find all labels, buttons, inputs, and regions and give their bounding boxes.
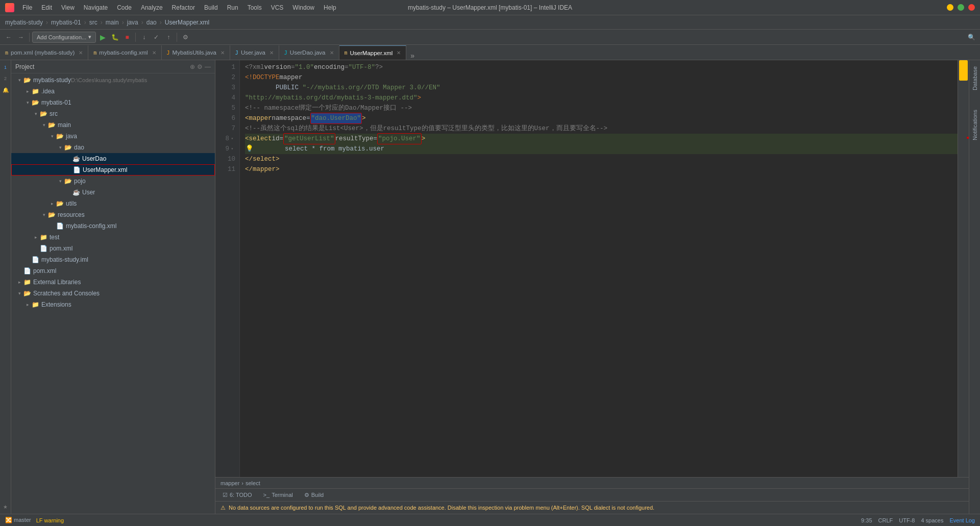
tree-item-2[interactable]: ▾ 📂 mybatis-01 [11, 97, 215, 108]
debug-button[interactable]: 🐛 [109, 32, 120, 43]
tree-item-5[interactable]: ▾ 📂 java [11, 131, 215, 142]
code-line-1[interactable]: <?xml version="1.0" encoding="UTF-8" ?> [245, 62, 958, 72]
tree-item-3[interactable]: ▾ 📂 src [11, 108, 215, 119]
menu-item-navigate[interactable]: Navigate [80, 3, 112, 12]
back-button[interactable]: ← [3, 32, 14, 43]
stop-button[interactable]: ■ [121, 32, 133, 43]
hint-bulb-icon[interactable]: 💡 [245, 144, 254, 154]
minimize-button[interactable] [947, 4, 953, 11]
code-line-6[interactable]: <mapper namespace="dao.UserDao"> [245, 113, 958, 123]
forward-button[interactable]: → [15, 32, 27, 43]
project-tree[interactable]: ▾ 📂 mybatis-study D:\Codes\kuang.study\m… [11, 73, 215, 514]
tree-item-13[interactable]: 📄 mybatis-config.xml [11, 220, 215, 232]
panel-header-icons[interactable]: ⊕ ⚙ — [190, 63, 211, 70]
bottom-tabs[interactable]: ☑6: TODO>_Terminal⚙Build [215, 489, 969, 502]
menu-item-file[interactable]: File [18, 3, 36, 12]
breadcrumb-item-4[interactable]: java [127, 19, 138, 26]
tree-item-20[interactable]: ▸ 📁 Extensions [11, 299, 215, 310]
bottom-tab-6:-todo[interactable]: ☑6: TODO [217, 489, 257, 500]
tree-item-8[interactable]: 📄 UserMapper.xml [11, 164, 215, 176]
bottom-tab-build[interactable]: ⚙Build [299, 489, 329, 500]
favorites-toggle[interactable]: ★ [1, 502, 11, 512]
menu-item-vcs[interactable]: VCS [267, 3, 288, 12]
code-editor[interactable]: 12345678▾9▾1011 <?xml version="1.0" enco… [215, 60, 969, 477]
notifications-panel-toggle[interactable]: Notifications [971, 106, 979, 144]
tab-close-icon[interactable]: ✕ [270, 50, 274, 56]
menu-item-help[interactable]: Help [320, 3, 340, 12]
tree-item-9[interactable]: ▾ 📂 pojo [11, 176, 215, 187]
encoding[interactable]: UTF-8 [899, 517, 915, 523]
code-line-3[interactable]: PUBLIC "-//mybatis.org//DTD Mapper 3.0//… [245, 83, 958, 93]
menu-item-window[interactable]: Window [288, 3, 318, 12]
tree-item-1[interactable]: ▸ 📁 .idea [11, 86, 215, 97]
database-panel-toggle[interactable]: Database [971, 62, 979, 94]
settings-icon[interactable]: ⚙ [197, 63, 203, 70]
git-push-button[interactable]: ↑ [163, 32, 174, 43]
breadcrumb-item-3[interactable]: main [106, 19, 119, 26]
breadcrumb-item-0[interactable]: mybatis-study [5, 19, 43, 26]
tab-overflow-button[interactable]: » [406, 52, 419, 60]
menu-item-build[interactable]: Build [200, 3, 222, 12]
breadcrumb-item-2[interactable]: src [89, 19, 97, 26]
breadcrumb-item-6[interactable]: UserMapper.xml [165, 19, 209, 26]
tree-item-15[interactable]: 📄 pom.xml [11, 243, 215, 254]
tab-mybatis-utils[interactable]: J MybatisUtils.java ✕ [162, 45, 230, 60]
tree-item-19[interactable]: ▾ 📂 Scratches and Consoles [11, 288, 215, 299]
tab-user-mapper[interactable]: m UserMapper.xml ✕ [339, 45, 407, 60]
git-update-button[interactable]: ↓ [138, 32, 150, 43]
bottom-tab-terminal[interactable]: >_Terminal [258, 489, 298, 500]
locate-icon[interactable]: ⊕ [190, 63, 195, 70]
hide-icon[interactable]: — [205, 63, 211, 70]
indent[interactable]: 4 spaces [921, 517, 943, 523]
code-line-7[interactable]: <!--虽然这个sql的结果是List<User>，但是resultType的值… [245, 123, 958, 134]
tree-item-18[interactable]: ▸ 📁 External Libraries [11, 277, 215, 288]
tree-item-16[interactable]: 📄 mybatis-study.iml [11, 254, 215, 265]
git-commit-button[interactable]: ✓ [151, 32, 162, 43]
menu-item-refactor[interactable]: Refactor [168, 3, 199, 12]
code-line-9[interactable]: 💡 select * from mybatis.user [245, 144, 958, 154]
scroll-thumb[interactable] [959, 60, 968, 81]
tab-close-icon[interactable]: ✕ [330, 50, 334, 56]
menu-item-view[interactable]: View [57, 3, 79, 12]
tree-item-11[interactable]: ▸ 📂 utils [11, 198, 215, 209]
breadcrumb-item-5[interactable]: dao [146, 19, 157, 26]
run-configuration[interactable]: Add Configuration... ▾ [32, 32, 96, 43]
code-line-11[interactable]: </mapper> [245, 164, 958, 174]
tab-user-dao[interactable]: J UserDao.java ✕ [279, 45, 339, 60]
close-button[interactable] [968, 4, 975, 11]
run-button[interactable]: ▶ [97, 32, 108, 43]
settings-button[interactable]: ⚙ [180, 32, 191, 43]
menu-item-code[interactable]: Code [113, 3, 136, 12]
tree-item-0[interactable]: ▾ 📂 mybatis-study D:\Codes\kuang.study\m… [11, 74, 215, 86]
code-line-5[interactable]: <!-- namespace绑定一个对应的Dao/Mapper接口 --> [245, 103, 958, 113]
tab-close-icon[interactable]: ✕ [152, 50, 156, 56]
code-line-10[interactable]: </select> [245, 154, 958, 164]
tab-close-icon[interactable]: ✕ [79, 50, 83, 56]
code-line-8[interactable]: <select id="getUserList" resultType="poj… [245, 134, 958, 144]
code-content[interactable]: <?xml version="1.0" encoding="UTF-8" ?><… [240, 60, 958, 477]
window-controls[interactable] [947, 4, 975, 11]
tree-item-6[interactable]: ▾ 📂 dao [11, 142, 215, 153]
tree-item-14[interactable]: ▸ 📁 test [11, 232, 215, 243]
menu-item-tools[interactable]: Tools [243, 3, 266, 12]
tree-item-4[interactable]: ▾ 📂 main [11, 119, 215, 131]
event-log-link[interactable]: Event Log [949, 517, 975, 523]
tab-close-icon[interactable]: ✕ [220, 50, 225, 56]
maximize-button[interactable] [958, 4, 964, 11]
tree-item-7[interactable]: ☕ UserDao [11, 153, 215, 164]
search-everywhere-button[interactable]: 🔍 [966, 32, 977, 43]
breadcrumb-item-1[interactable]: mybatis-01 [51, 19, 81, 26]
scroll-track[interactable] [958, 60, 969, 477]
menu-item-run[interactable]: Run [223, 3, 242, 12]
tree-item-10[interactable]: ☕ User [11, 187, 215, 198]
project-panel-toggle[interactable]: 1 [1, 62, 11, 72]
line-ending[interactable]: CRLF [878, 517, 893, 523]
tree-item-12[interactable]: ▾ 📂 resources [11, 209, 215, 220]
menu-item-edit[interactable]: Edit [37, 3, 56, 12]
editor-scrollbar[interactable] [958, 60, 969, 477]
menu-item-analyze[interactable]: Analyze [137, 3, 167, 12]
code-line-4[interactable]: "http://mybatis.org/dtd/mybatis-3-mapper… [245, 93, 958, 103]
structure-panel-toggle[interactable]: 2 [1, 73, 11, 84]
tab-user-java[interactable]: J User.java ✕ [230, 45, 279, 60]
notifications-toggle[interactable]: 🔔 [1, 85, 11, 95]
